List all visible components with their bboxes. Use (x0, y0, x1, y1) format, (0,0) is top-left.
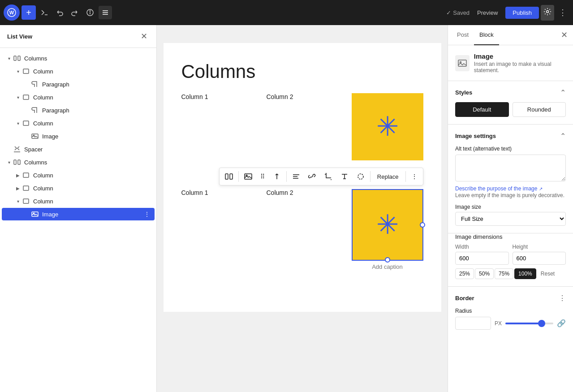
image-block-static[interactable]: ✳ (352, 93, 423, 160)
tree-toggle[interactable]: ▶ (14, 185, 22, 192)
info-button[interactable] (83, 6, 97, 19)
active-image-block[interactable]: ✳ (352, 189, 423, 261)
toolbar-align-btn[interactable] (289, 170, 304, 183)
image-settings-label: Image settings (455, 133, 496, 139)
list-view-button[interactable] (99, 6, 112, 19)
column-2: Column 2 (267, 93, 345, 160)
radius-slider-track[interactable] (505, 323, 553, 324)
styles-collapse-button[interactable]: ⌃ (560, 88, 566, 97)
image-size-select[interactable]: Full Size (455, 212, 566, 226)
preview-button[interactable]: Preview (471, 6, 504, 19)
panel-block-icon (455, 55, 470, 71)
list-item[interactable]: Spacer (2, 143, 155, 155)
column-2-b-label[interactable]: Column 2 (267, 189, 345, 196)
tree-toggle[interactable]: ▾ (14, 68, 22, 75)
tree-toggle[interactable]: ▾ (14, 94, 22, 101)
list-item[interactable]: ▾ Column (2, 91, 155, 103)
tree-toggle[interactable]: ▾ (14, 198, 22, 205)
list-item[interactable]: ▾ Columns (2, 52, 155, 65)
item-menu-button[interactable]: ⋮ (143, 210, 151, 219)
list-item[interactable]: ▶ Column (2, 182, 155, 194)
list-item[interactable]: ▾ Column (2, 117, 155, 129)
panel-block-info: Image Insert an image to make a visual s… (474, 52, 566, 73)
radius-row: PX 🔗 (455, 317, 566, 330)
column-1-b-label[interactable]: Column 1 (181, 189, 259, 196)
column-icon (22, 197, 30, 206)
column-icon (22, 67, 30, 76)
sidebar-content: ▾ Columns ▾ Column (0, 48, 156, 392)
topbar: W + ✓ Saved Preview Publis (0, 0, 573, 25)
tree-toggle (5, 146, 13, 153)
tab-block[interactable]: Block (474, 25, 499, 45)
column-3: ✳ (352, 93, 423, 160)
resize-handle-right[interactable] (420, 222, 425, 228)
page-title[interactable]: Columns (181, 61, 423, 82)
style-default-button[interactable]: Default (455, 102, 509, 117)
reset-button[interactable]: Reset (539, 268, 556, 279)
style-rounded-button[interactable]: Rounded (513, 102, 566, 117)
resize-handle-bottom[interactable] (385, 257, 390, 263)
list-item[interactable]: Paragraph (2, 78, 155, 90)
undo-button[interactable] (53, 6, 66, 19)
toolbar-arrow-btn[interactable] (269, 170, 284, 183)
toolbar-more-button[interactable]: ⋮ (408, 170, 421, 183)
tree-toggle[interactable]: ▶ (14, 172, 22, 179)
column-2-b: Column 2 (267, 189, 345, 273)
list-item[interactable]: ▾ Columns (2, 156, 155, 168)
tab-post[interactable]: Post (452, 25, 474, 45)
sidebar-close-button[interactable]: ✕ (139, 30, 149, 42)
svg-rect-27 (245, 174, 252, 179)
toolbar-crop-btn[interactable] (321, 170, 336, 183)
settings-button[interactable] (541, 5, 554, 21)
column-1-label[interactable]: Column 1 (181, 93, 259, 100)
publish-button[interactable]: Publish (505, 7, 539, 19)
percent-50-button[interactable]: 50% (475, 268, 494, 279)
radius-input[interactable] (455, 317, 491, 330)
radius-slider-thumb[interactable] (538, 320, 545, 327)
list-item[interactable]: Image (2, 130, 155, 142)
toolbar-separator-2 (286, 171, 287, 182)
percent-100-button[interactable]: 100% (514, 268, 536, 279)
alt-text-link[interactable]: Describe the purpose of the image ↗ (455, 185, 566, 192)
tools-button[interactable] (38, 6, 51, 19)
toolbar-text-btn[interactable] (337, 170, 352, 183)
column-icon (22, 119, 30, 128)
tree-toggle[interactable]: ▾ (5, 55, 13, 62)
add-block-button[interactable]: + (22, 5, 36, 20)
list-item-selected[interactable]: Image ⋮ (2, 208, 155, 220)
image-settings-header: Image settings ⌃ (455, 132, 566, 140)
right-panel-close-button[interactable]: ✕ (559, 28, 569, 42)
columns-icon (13, 54, 22, 63)
width-field: Width (455, 244, 509, 265)
radius-link-icon[interactable]: 🔗 (557, 319, 566, 327)
tree-toggle[interactable]: ▾ (5, 159, 13, 166)
width-input[interactable] (455, 252, 509, 265)
alt-text-input[interactable] (455, 155, 566, 181)
percent-25-button[interactable]: 25% (455, 268, 474, 279)
toolbar-circle-btn[interactable] (353, 170, 368, 183)
toolbar-image-btn[interactable] (241, 170, 256, 183)
height-input[interactable] (513, 252, 566, 265)
styles-section: Styles ⌃ Default Rounded (448, 81, 573, 125)
column-2-label[interactable]: Column 2 (267, 93, 345, 100)
toolbar-replace-button[interactable]: Replace (372, 171, 404, 182)
svg-text:✳: ✳ (376, 112, 399, 142)
list-item-label: Paragraph (42, 107, 151, 114)
list-item-label: Spacer (24, 146, 151, 153)
more-options-button[interactable]: ⋮ (556, 5, 569, 20)
list-item[interactable]: ▾ Column (2, 65, 155, 78)
percent-75-button[interactable]: 75% (495, 268, 513, 279)
toolbar-column-btn[interactable] (221, 170, 237, 183)
toolbar-link-btn[interactable] (305, 170, 320, 183)
caption-input[interactable] (352, 261, 423, 273)
image-settings-collapse-button[interactable]: ⌃ (560, 132, 566, 140)
list-item[interactable]: Paragraph (2, 104, 155, 116)
wp-logo[interactable]: W (4, 4, 20, 21)
list-item[interactable]: ▾ Column (2, 195, 155, 207)
editor-area[interactable]: Columns Column 1 Column 2 ✳ (157, 25, 448, 392)
toolbar-drag-btn[interactable]: ⠿ (257, 170, 268, 183)
list-item[interactable]: ▶ Column (2, 169, 155, 181)
border-more-button[interactable]: ⋮ (559, 294, 566, 302)
redo-button[interactable] (68, 6, 82, 19)
tree-toggle[interactable]: ▾ (14, 120, 22, 127)
